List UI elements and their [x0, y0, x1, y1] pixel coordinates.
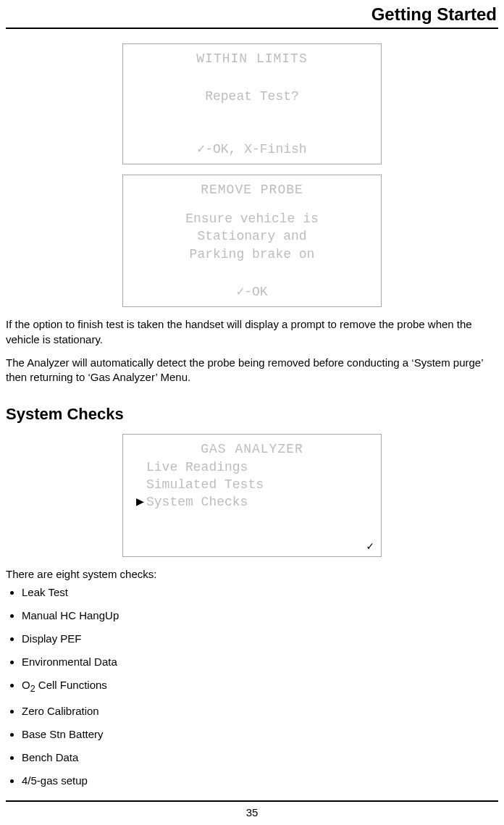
checks-list: Leak Test Manual HC HangUp Display PEF E… — [6, 586, 498, 787]
list-item: Base Stn Battery — [22, 728, 498, 741]
screen3-item2: Simulated Tests — [127, 476, 377, 493]
screen3-title: GAS ANALYZER — [127, 440, 377, 458]
list-item: Bench Data — [22, 751, 498, 764]
list-item: Manual HC HangUp — [22, 609, 498, 622]
screen2-title: REMOVE PROBE — [127, 181, 377, 198]
lcd-screen-within-limits: WITHIN LIMITS Repeat Test? ✓-OK, X-Finis… — [122, 43, 382, 164]
list-item: Environmental Data — [22, 656, 498, 669]
o2-post: Cell Functions — [35, 679, 107, 691]
paragraph-3: There are eight system checks: — [6, 567, 498, 582]
page-number: 35 — [246, 806, 259, 818]
o2-pre: O — [22, 679, 30, 691]
menu-cursor-icon: ▶ — [136, 493, 144, 511]
screen3-item3-label: System Checks — [146, 495, 248, 509]
list-item: 4/5-gas setup — [22, 774, 498, 787]
list-item: Display PEF — [22, 632, 498, 645]
screen2-line2: Stationary and — [127, 227, 377, 245]
paragraph-1: If the option to finish test is taken th… — [6, 317, 498, 347]
lcd-screen-remove-probe: REMOVE PROBE Ensure vehicle is Stationar… — [122, 175, 382, 307]
list-item: O2 Cell Functions — [22, 679, 498, 695]
screen2-line1: Ensure vehicle is — [127, 210, 377, 227]
page-header: Getting Started — [6, 0, 498, 29]
list-item: Zero Calibration — [22, 705, 498, 718]
o2-sub: 2 — [30, 684, 35, 694]
screen3-item3: ▶System Checks — [127, 493, 377, 511]
screen3-item1: Live Readings — [127, 458, 377, 476]
section-heading: System Checks — [6, 405, 498, 424]
screen3-tick-icon: ✓ — [127, 539, 377, 553]
screen1-line1: Repeat Test? — [127, 88, 377, 105]
paragraph-2: The Analyzer will automatically detect t… — [6, 356, 498, 385]
list-item: Leak Test — [22, 586, 498, 599]
lcd-screen-gas-analyzer: GAS ANALYZER Live Readings Simulated Tes… — [122, 434, 382, 556]
screen2-footer: ✓-OK — [127, 283, 377, 301]
screen2-line3: Parking brake on — [127, 246, 377, 263]
screen1-title: WITHIN LIMITS — [127, 50, 377, 67]
screen1-footer: ✓-OK, X-Finish — [127, 141, 377, 158]
page-footer: 35 — [6, 800, 498, 818]
